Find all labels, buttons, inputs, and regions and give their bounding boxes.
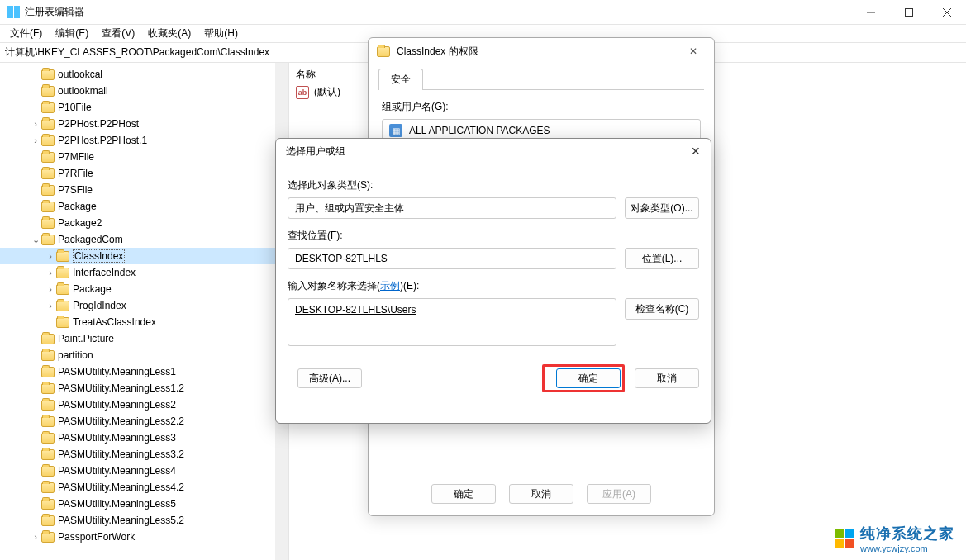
tree-node[interactable]: ›InterfaceIndex [0,264,288,281]
perm-cancel-button[interactable]: 取消 [509,484,573,504]
tree-label: Package [58,201,97,212]
tree-node[interactable]: PASMUtility.MeaningLess5.2 [0,512,288,529]
tree-node[interactable]: PASMUtility.MeaningLess2.2 [0,413,288,429]
tree-node[interactable]: PASMUtility.MeaningLess4.2 [0,479,288,496]
folder-icon [56,317,69,328]
folder-icon [41,102,55,113]
tree-node[interactable]: PASMUtility.MeaningLess4 [0,463,288,479]
tree-label: P7RFile [58,168,93,179]
cancel-button[interactable]: 取消 [635,368,699,388]
close-button[interactable] [928,0,966,25]
folder-icon [41,449,55,460]
group-item: ALL APPLICATION PACKAGES [409,125,550,136]
expand-icon[interactable]: › [45,301,56,311]
folder-icon [377,46,390,57]
watermark-text: 纯净系统之家 [860,525,954,542]
group-label: 组或用户名(G): [382,100,701,114]
tree-node[interactable]: Package2 [0,215,288,231]
tree-node[interactable]: ›ProgIdIndex [0,297,288,314]
expand-icon[interactable]: › [30,119,41,129]
tree-label: PASMUtility.MeaningLess3.2 [58,448,184,460]
expand-icon[interactable]: › [45,251,56,261]
maximize-button[interactable] [890,0,928,25]
tree-node[interactable]: PASMUtility.MeaningLess1 [0,363,288,380]
tree-label: PASMUtility.MeaningLess1 [58,366,176,377]
tree-node[interactable]: P7RFile [0,165,288,182]
tree-node[interactable]: PASMUtility.MeaningLess1.2 [0,380,288,396]
tree-node[interactable]: TreatAsClassIndex [0,314,288,330]
ok-button[interactable]: 确定 [556,368,621,388]
close-icon[interactable]: ✕ [691,145,701,158]
menu-help[interactable]: 帮助(H) [197,25,245,42]
tree-label: P7MFile [58,151,94,163]
tree-label: Package [73,283,112,295]
window-title: 注册表编辑器 [25,5,852,19]
folder-icon [41,466,55,477]
tree-node[interactable]: ›Package [0,281,288,297]
menu-file[interactable]: 文件(F) [3,25,49,42]
menu-view[interactable]: 查看(V) [95,25,141,42]
titlebar: 注册表编辑器 [0,0,966,25]
tree-label: P10File [58,102,92,113]
tree-node[interactable]: P10File [0,99,288,116]
close-icon[interactable]: ✕ [681,45,706,57]
expand-icon[interactable]: › [45,268,56,278]
registry-tree[interactable]: outlookcaloutlookmailP10File›P2PHost.P2P… [0,63,289,560]
tree-label: P7SFile [58,184,93,196]
tree-node[interactable]: PASMUtility.MeaningLess2 [0,396,288,413]
menu-edit[interactable]: 编辑(E) [49,25,95,42]
tree-node[interactable]: Package [0,198,288,215]
object-types-button[interactable]: 对象类型(O)... [625,197,699,219]
tree-label: ProgIdIndex [73,300,126,311]
expand-icon[interactable]: › [30,135,41,145]
collapse-icon[interactable]: ⌄ [30,235,41,245]
tree-node[interactable]: partition [0,347,288,363]
folder-icon [41,135,55,146]
group-icon: ▦ [389,124,402,137]
tree-label: PassportForWork [58,531,135,543]
tree-node[interactable]: ›P2PHost.P2PHost.1 [0,132,288,149]
folder-icon [41,235,55,245]
folder-icon [41,350,55,361]
tree-label: outlookmail [58,85,108,97]
menu-favorites[interactable]: 收藏夹(A) [141,25,197,42]
tree-label: PackagedCom [58,234,123,245]
object-name-input[interactable]: DESKTOP-82TLHLS\Users [288,298,616,346]
tree-node[interactable]: Paint.Picture [0,330,288,347]
tree-node[interactable]: P7SFile [0,182,288,198]
perm-ok-button[interactable]: 确定 [431,484,496,504]
folder-icon [41,152,55,163]
regedit-icon [7,6,20,19]
tree-node[interactable]: outlookcal [0,66,288,83]
tree-label: PASMUtility.MeaningLess2.2 [58,415,184,427]
value-name: (默认) [314,85,340,99]
tree-node[interactable]: outlookmail [0,83,288,99]
locations-button[interactable]: 位置(L)... [625,248,699,269]
tree-node[interactable]: PASMUtility.MeaningLess5 [0,496,288,512]
perm-apply-button: 应用(A) [587,484,651,504]
folder-icon [41,532,55,543]
location-label: 查找位置(F): [288,229,699,243]
tree-node[interactable]: ›PassportForWork [0,529,288,545]
expand-icon[interactable]: › [30,532,41,542]
folder-icon [41,86,55,97]
tree-node[interactable]: PASMUtility.MeaningLess3.2 [0,446,288,463]
example-link[interactable]: 示例 [380,280,400,292]
string-value-icon: ab [296,86,309,99]
tree-node[interactable]: ⌄PackagedCom [0,231,288,248]
folder-icon [41,168,55,179]
tree-node[interactable]: ›P2PHost.P2PHost [0,116,288,132]
folder-icon [41,416,55,427]
tree-node[interactable]: ›ClassIndex [0,248,288,264]
minimize-button[interactable] [852,0,890,25]
expand-icon[interactable]: › [45,284,56,294]
folder-icon [41,433,55,444]
check-names-button[interactable]: 检查名称(C) [625,298,699,320]
tab-security[interactable]: 安全 [378,69,423,90]
tree-node[interactable]: P7MFile [0,149,288,165]
advanced-button[interactable]: 高级(A)... [297,368,362,388]
tree-label: outlookcal [58,69,102,80]
tree-node[interactable]: PASMUtility.MeaningLess3 [0,429,288,446]
folder-icon [41,367,55,377]
object-type-label: 选择此对象类型(S): [288,178,699,192]
